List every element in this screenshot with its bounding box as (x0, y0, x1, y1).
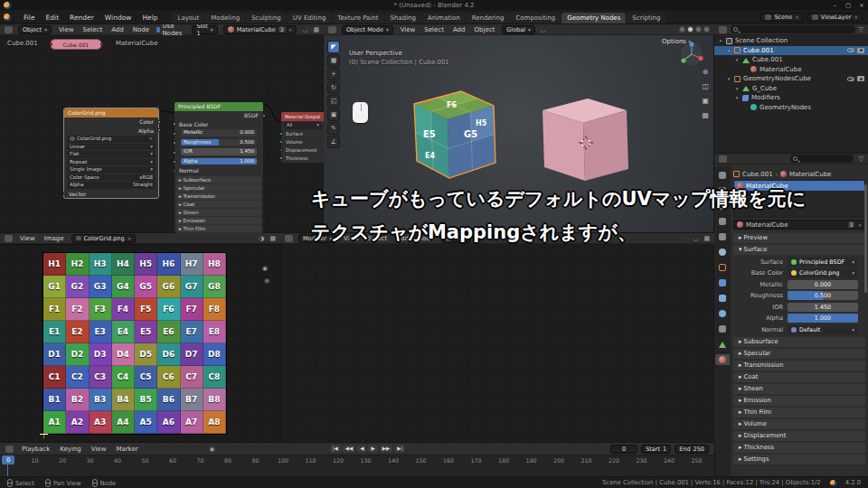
workspace-tab[interactable]: Modeling (205, 13, 245, 24)
node-socket[interactable] (100, 42, 104, 46)
bsdf-input-row[interactable]: Metallic0.000 (175, 129, 263, 138)
properties-tab-data[interactable] (715, 339, 730, 350)
timeline-editor-type-icon[interactable] (5, 446, 14, 453)
workspace-tab[interactable]: Rendering (467, 13, 510, 24)
menu-render[interactable]: Render (68, 14, 96, 22)
camera-icon[interactable] (857, 76, 864, 81)
image-file-selector[interactable]: ColorGrid.png × (67, 136, 156, 143)
principled-bsdf-node[interactable]: Principled BSDF BSDF Base ColorMetallic0… (174, 101, 264, 233)
input-socket[interactable] (279, 148, 283, 152)
value-slider[interactable]: Metallic0.000 (181, 129, 257, 136)
workspace-tab[interactable]: UV Editing (288, 13, 332, 24)
color-socket[interactable] (157, 120, 161, 124)
geonode-editor-type-icon[interactable] (285, 235, 293, 242)
pan-icon[interactable]: ◫ (702, 82, 709, 90)
use-nodes-checkbox[interactable]: Use Nodes (156, 24, 186, 37)
maximize-button[interactable]: ▢ (842, 2, 854, 9)
timeline-ruler[interactable]: 0 01020304050607080901001101201301401501… (0, 455, 714, 477)
bsdf-subpanel[interactable]: ▸ Thin Film (176, 225, 261, 232)
value-slider[interactable]: IOR1.450 (181, 148, 257, 155)
zoom-icon[interactable]: ⊕ (702, 68, 709, 76)
menu-node[interactable]: Node (131, 26, 151, 33)
image-node-option[interactable]: Single Image▾ (67, 166, 156, 174)
property-value[interactable]: 1.450 (788, 303, 858, 312)
menu-image[interactable]: Image (42, 235, 66, 242)
blender-menu-icon[interactable] (4, 14, 11, 21)
shading-material-icon[interactable] (695, 26, 702, 33)
section-subsurface[interactable]: ▸ Subsurface (733, 337, 865, 348)
properties-tab-physics[interactable] (715, 308, 730, 319)
properties-search-input[interactable] (790, 155, 854, 163)
menu-view[interactable]: View (399, 26, 418, 33)
bsdf-input-row[interactable]: Alpha1.000 (175, 158, 263, 167)
breadcrumb-material[interactable]: MaterialCube (789, 171, 832, 178)
select-tool[interactable]: ◤ (327, 41, 340, 53)
unlink-icon[interactable]: × (288, 27, 293, 33)
camera-icon[interactable] (857, 48, 864, 53)
bsdf-socket[interactable] (262, 114, 266, 117)
properties-tab-tool[interactable] (715, 170, 730, 181)
snap-magnet-icon[interactable]: ◡ (541, 26, 546, 33)
bsdf-subpanel[interactable]: ▸ Sheen (176, 209, 261, 216)
snap-magnet-icon[interactable]: ◡ (302, 26, 307, 33)
image-node-option[interactable]: Repeat▾ (67, 159, 156, 166)
shading-wireframe-icon[interactable] (679, 26, 685, 33)
rotate-tool[interactable]: ↻ (327, 81, 340, 94)
alpha-socket[interactable] (157, 128, 161, 132)
transform-orientation-dropdown[interactable]: Global▾ (502, 25, 535, 34)
properties-tab-constraints[interactable] (715, 324, 730, 334)
user-count-badge[interactable]: 3 (278, 26, 286, 33)
image-datablock[interactable]: ColorGrid.png × (71, 234, 137, 243)
pin-icon[interactable]: ◉ (262, 265, 268, 272)
menu-edit[interactable]: Edit (44, 14, 61, 22)
properties-tab-modifiers[interactable] (715, 277, 730, 288)
shading-rendered-icon[interactable] (703, 26, 710, 33)
value-slider[interactable]: Alpha1.000 (181, 158, 257, 165)
menu-select[interactable]: Select (422, 26, 446, 33)
outliner-row[interactable]: MaterialCube (714, 65, 868, 75)
geonode-canvas[interactable] (280, 233, 714, 443)
viewlayer-selector[interactable]: ViewLayer × (807, 13, 863, 22)
input-socket[interactable] (173, 169, 176, 173)
box-select-tool[interactable]: ▦ (327, 54, 340, 67)
jump-start-button[interactable]: |◀ (330, 445, 341, 453)
expand-caret-icon[interactable]: ▾ (734, 57, 740, 62)
outliner-row[interactable]: ▾Cube.001 (714, 46, 868, 56)
properties-tab-particles[interactable] (715, 293, 730, 304)
expand-caret-icon[interactable]: ▾ (734, 86, 740, 91)
bsdf-subpanel[interactable]: ▸ Coat (176, 201, 261, 208)
section-thin-film[interactable]: ▸ Thin Film (733, 408, 865, 418)
expand-caret-icon[interactable]: ▾ (726, 76, 731, 81)
expand-caret-icon[interactable]: ▾ (726, 48, 731, 53)
menu-help[interactable]: Help (140, 14, 159, 22)
close-button[interactable]: × (855, 2, 868, 9)
input-socket[interactable] (173, 160, 176, 164)
bsdf-input-row[interactable]: Roughness0.500 (175, 139, 263, 148)
image-node-option[interactable]: Flat▾ (67, 151, 156, 158)
scene-unlink-icon[interactable]: × (795, 14, 799, 20)
jump-end-button[interactable]: ▶| (394, 445, 405, 453)
alpha-mode-selector[interactable]: AlphaStraight (67, 182, 156, 189)
section-transmission[interactable]: ▸ Transmission (733, 361, 865, 371)
bsdf-subpanel[interactable]: ▸ Emission (176, 217, 261, 224)
input-socket[interactable] (173, 141, 176, 145)
menu-view[interactable]: View (90, 446, 108, 453)
viewlayer-unlink-icon[interactable]: × (854, 14, 858, 20)
outliner-row[interactable]: ▾Scene Collection (714, 36, 868, 46)
scrollbar[interactable] (864, 184, 867, 293)
unlink-image-icon[interactable]: × (127, 236, 132, 241)
menu-object[interactable]: Object (473, 26, 497, 33)
bsdf-input-row[interactable]: Normal (175, 166, 263, 175)
filter-icon[interactable]: ▽ (859, 155, 863, 163)
unlink-icon[interactable]: × (857, 222, 862, 228)
bsdf-subpanel[interactable]: ▸ Specular (176, 184, 261, 192)
workspace-tab[interactable]: Scripting (627, 13, 665, 24)
menu-view[interactable]: View (18, 235, 37, 242)
input-socket[interactable] (279, 156, 283, 160)
section-specular[interactable]: ▸ Specular (733, 349, 865, 360)
frame-end-field[interactable]: End250 (675, 445, 709, 454)
outliner-row[interactable]: ▾Modifiers (714, 93, 868, 103)
workspace-tab[interactable]: Texture Paint (332, 13, 383, 24)
node-header[interactable]: Material Output (281, 112, 324, 121)
expand-caret-icon[interactable]: ▾ (718, 38, 723, 43)
